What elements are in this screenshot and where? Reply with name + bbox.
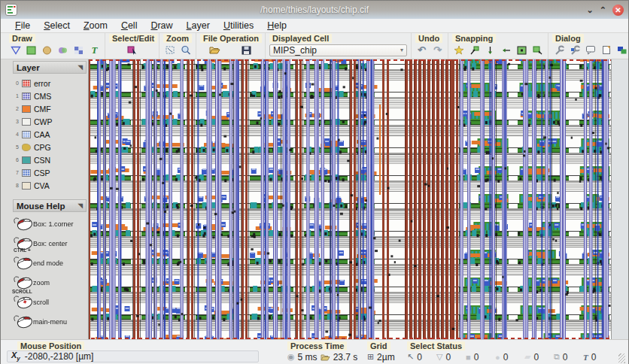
snap-corner-icon[interactable] <box>531 44 544 56</box>
layer-swatch[interactable] <box>22 93 31 100</box>
grid-label: Grid <box>367 341 390 350</box>
path-tool-icon[interactable] <box>56 44 69 56</box>
menu-layer[interactable]: Layer <box>180 20 217 32</box>
maximize-icon[interactable]: ⌃ <box>600 6 606 14</box>
open-file-icon[interactable] <box>208 44 221 56</box>
layer-row-cmf[interactable]: 2CMF <box>13 102 87 115</box>
close-icon[interactable]: ✕ <box>612 5 624 16</box>
layer-swatch[interactable] <box>22 105 31 113</box>
mouse-help-header[interactable]: Mouse Help ◥ <box>13 199 87 212</box>
setup-wrench-icon[interactable] <box>552 44 565 56</box>
box-icon: ■ <box>466 353 471 362</box>
layer-swatch[interactable] <box>22 118 31 126</box>
toolbar-group-undo: Undo ↶ ↷ <box>412 33 448 59</box>
menu-file[interactable]: File <box>8 20 37 32</box>
dock-area: Layer ◥ 0error 1CMS 2CMF 3CWP 4CAA 5CPG … <box>1 59 88 339</box>
zoom-fit-icon[interactable] <box>163 44 176 56</box>
float-panel-icon[interactable]: ◥ <box>78 64 83 71</box>
redo-icon[interactable]: ↷ <box>431 44 444 56</box>
layer-swatch[interactable] <box>22 144 31 151</box>
selected-count-text: T0 <box>583 352 611 362</box>
toolbar-group-displayed-cell: Displayed Cell MIPS_chip ▾ <box>266 33 412 59</box>
selected-count-path: ▰0 <box>524 352 552 362</box>
menu-help[interactable]: Help <box>260 20 293 32</box>
toolbar-group-dialog: Dialog <box>548 33 629 59</box>
menu-utilities[interactable]: Utilities <box>217 20 260 32</box>
menu-cell[interactable]: Cell <box>114 20 144 32</box>
group-label-draw: Draw <box>9 34 35 43</box>
text-icon: T <box>583 353 588 362</box>
float-panel-icon[interactable]: ◥ <box>78 202 83 209</box>
layer-row-cwp[interactable]: 3CWP <box>13 115 87 128</box>
layer-swatch[interactable] <box>22 169 31 177</box>
layer-row-csp[interactable]: 7CSP <box>13 166 87 179</box>
layer-swatch[interactable] <box>22 182 31 190</box>
zoom-magnifier-icon[interactable] <box>179 44 192 56</box>
layer-swatch[interactable] <box>22 131 31 138</box>
main-area: Layer ◥ 0error 1CMS 2CMF 3CWP 4CAA 5CPG … <box>1 59 628 339</box>
layer-row-cva[interactable]: 8CVA <box>13 179 87 192</box>
toolbar-group-snapping: Snapping <box>448 33 548 59</box>
toolbar-group-select-edit: Select/Edit <box>105 33 160 59</box>
layer-row-csn[interactable]: 6CSN <box>13 153 87 166</box>
layer-row-error[interactable]: 0error <box>13 77 87 89</box>
select-status-label: Select Status <box>407 341 465 350</box>
mouse-help-item: Box: 1.corner <box>13 214 87 234</box>
text-tool-icon[interactable]: T <box>88 44 101 56</box>
cpu-time-value: 5 ms <box>298 352 318 362</box>
box-tool-icon[interactable] <box>25 44 38 56</box>
snap-edge-icon[interactable] <box>468 44 481 56</box>
layer-row-cpg[interactable]: 5CPG <box>13 141 87 153</box>
group-label-undo: Undo <box>415 34 442 43</box>
layer-row-caa[interactable]: 4CAA <box>13 128 87 141</box>
displayed-cell-value: MIPS_chip <box>273 45 317 56</box>
snap-center-icon[interactable] <box>515 44 528 56</box>
displayed-cell-combo[interactable]: MIPS_chip ▾ <box>269 44 407 56</box>
layer-swatch[interactable] <box>22 80 31 87</box>
layer-panel-header[interactable]: Layer ◥ <box>13 61 87 74</box>
selected-count-instance: ⧉0 <box>554 352 582 362</box>
grid-value: 2µm <box>377 352 395 362</box>
layer-list: 0error 1CMS 2CMF 3CWP 4CAA 5CPG 6CSN 7CS… <box>13 74 87 193</box>
layout-canvas[interactable] <box>88 59 612 339</box>
snap-any-icon[interactable] <box>452 44 465 56</box>
titlebar[interactable]: /home/thies/layouts/chip.cif ⌄ ⌃ ✕ <box>1 1 628 19</box>
circle-tool-icon[interactable] <box>41 44 53 56</box>
layer-colors-icon[interactable] <box>615 44 628 56</box>
undo-icon[interactable]: ↶ <box>415 44 428 56</box>
group-label-file-operation: File Operation <box>200 34 262 43</box>
snap-vertical-icon[interactable] <box>484 44 497 56</box>
menu-select[interactable]: Select <box>37 20 77 32</box>
process-time-section: Process Time ◉ 5 ms 23.7 s <box>287 341 360 363</box>
selected-count-circle: ●0 <box>495 352 523 362</box>
snap-horizontal-icon[interactable] <box>500 44 512 56</box>
layer-swatch[interactable] <box>22 156 31 164</box>
load-time-icon <box>321 353 330 361</box>
select-edit-icon[interactable] <box>126 44 138 56</box>
selected-count-select: ↖0 <box>407 352 435 362</box>
group-label-displayed-cell: Displayed Cell <box>269 34 332 43</box>
mouse-left-button-icon <box>13 214 35 235</box>
mouse-help-item: SCROLLscroll <box>13 293 87 312</box>
mouse-help-item: end mode <box>13 253 87 273</box>
tech-wrench-icon[interactable] <box>568 44 581 56</box>
menu-draw[interactable]: Draw <box>144 20 179 32</box>
menubar: File Select Zoom Cell Draw Layer Utiliti… <box>1 19 628 33</box>
layer-row-cms[interactable]: 1CMS <box>13 89 87 102</box>
mouse-right-button-icon <box>13 312 35 332</box>
notes-page-icon[interactable] <box>600 44 612 56</box>
instance-icon: ⧉ <box>554 352 560 362</box>
layer-panel-title: Layer <box>17 63 40 72</box>
menu-zoom[interactable]: Zoom <box>77 20 114 32</box>
cpu-time-icon: ◉ <box>287 352 295 362</box>
mouse-help-item: main-menu <box>13 312 87 332</box>
polygon-tool-icon[interactable] <box>9 44 22 56</box>
minimize-icon[interactable]: ⌄ <box>587 6 594 14</box>
app-window: /home/thies/layouts/chip.cif ⌄ ⌃ ✕ File … <box>0 0 629 364</box>
grid-icon: ⊞ <box>367 352 374 362</box>
grid-section: Grid ⊞ 2µm <box>367 341 400 363</box>
resize-grip[interactable] <box>618 353 625 363</box>
instance-tool-icon[interactable] <box>72 44 85 56</box>
dialog-bubble-icon[interactable] <box>584 44 597 56</box>
save-file-icon[interactable] <box>240 44 253 56</box>
